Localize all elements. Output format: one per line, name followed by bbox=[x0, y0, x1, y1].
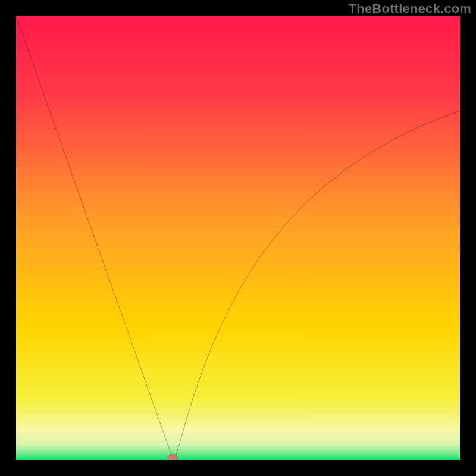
plot-svg bbox=[16, 16, 460, 460]
plot-area bbox=[16, 16, 460, 460]
chart-frame: TheBottleneck.com bbox=[0, 0, 476, 476]
watermark-text: TheBottleneck.com bbox=[349, 1, 471, 17]
optimum-marker bbox=[168, 455, 177, 460]
plot-background bbox=[16, 16, 460, 460]
